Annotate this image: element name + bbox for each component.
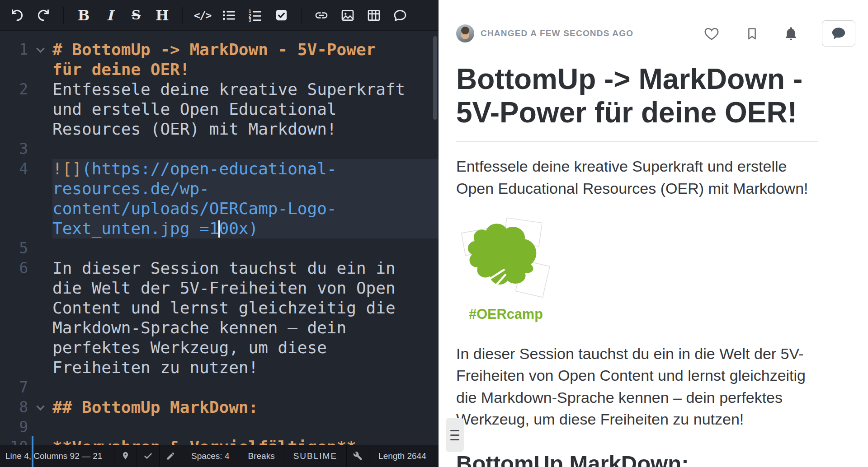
cursor-position-status[interactable]: Line 4, Columns 92 — 21: [0, 445, 114, 467]
line-number: 5: [0, 238, 28, 258]
line-text[interactable]: In dieser Session tauchst du ein in die …: [52, 258, 410, 378]
avatar[interactable]: [456, 24, 474, 42]
editor-scrollbar-thumb[interactable]: [433, 36, 437, 120]
bullet-list-icon: [222, 8, 236, 23]
strikethrough-button[interactable]: S: [124, 4, 148, 27]
line-number: 3: [0, 139, 28, 159]
note-meta-bar: CHANGED A FEW SECONDS AGO: [456, 20, 855, 47]
preview-pane: CHANGED A FEW SECONDS AGO BottomUp -> Ma…: [439, 0, 868, 467]
line-text[interactable]: # BottomUp -> MarkDown - 5V-Power für de…: [52, 40, 410, 79]
heading-icon: H: [156, 7, 169, 23]
image-url-text: (https://open-educational-resources.de/w…: [52, 159, 337, 238]
link-button[interactable]: [310, 4, 333, 27]
brush-icon: [166, 451, 175, 461]
editor-line: 1 # BottomUp -> MarkDown - 5V-Power für …: [0, 40, 439, 79]
ordered-list-button[interactable]: 123: [243, 4, 267, 27]
line-number: 4: [0, 159, 28, 179]
heart-icon: [703, 25, 720, 42]
line-number: 9: [0, 417, 28, 437]
image-markdown-syntax: ![]: [52, 159, 82, 178]
editor-line: 3: [0, 139, 439, 159]
comment-button[interactable]: [388, 4, 412, 27]
grip-lines-icon: [450, 439, 459, 440]
bell-icon: [783, 26, 798, 41]
active-line-highlight: ![](https://open-educational-resources.d…: [52, 159, 439, 238]
modified-line-marker: [32, 436, 33, 467]
bookmark-button[interactable]: [745, 27, 759, 41]
line-text[interactable]: [52, 378, 410, 397]
code-button[interactable]: </>: [191, 4, 214, 27]
line-text[interactable]: ## BottomUp MarkDown:: [52, 397, 410, 417]
table-icon: [367, 8, 381, 23]
line-text[interactable]: [52, 139, 410, 159]
line-number: 7: [0, 378, 28, 397]
editor-line: 7: [0, 378, 439, 397]
toolbar-separator: [63, 7, 64, 24]
editor-line: 6 In dieser Session tauchst du ein in di…: [0, 258, 439, 378]
preferences-button[interactable]: [347, 445, 369, 467]
document-title: BottomUp -> MarkDown - 5V-Power für dein…: [456, 62, 818, 129]
editor-line: 9: [0, 417, 439, 437]
document-length-status: Length 2644: [369, 445, 439, 467]
line-text[interactable]: ![](https://open-educational-resources.d…: [52, 159, 410, 238]
keymap-setting[interactable]: SUBLIME: [284, 445, 347, 467]
redo-icon: [36, 8, 51, 23]
linebreak-setting[interactable]: Breaks: [239, 445, 284, 467]
italic-button[interactable]: I: [98, 4, 122, 27]
line-number: 10: [0, 437, 28, 445]
check-icon: [143, 451, 153, 461]
fold-chevron-icon[interactable]: [36, 44, 44, 52]
oercamp-logo: #OERcamp: [456, 217, 565, 326]
comments-panel-button[interactable]: [822, 20, 855, 47]
split-drag-handle[interactable]: [446, 418, 464, 452]
line-number: 2: [0, 79, 28, 99]
fold-chevron-icon[interactable]: [36, 402, 44, 410]
markdown-editor-app: B I S H </> 123: [0, 0, 868, 467]
ordered-list-icon: 123: [248, 8, 262, 23]
document-subtitle: BottomUp MarkDown:: [456, 451, 818, 467]
grip-lines-icon: [450, 430, 459, 431]
bullet-list-button[interactable]: [217, 4, 241, 27]
task-list-button[interactable]: [269, 4, 293, 27]
spellcheck-status-button[interactable]: [137, 445, 160, 467]
strikethrough-icon: S: [132, 8, 141, 23]
redo-button[interactable]: [32, 4, 55, 27]
line-text[interactable]: **Verwahren & Vervielfältigen**: [52, 437, 410, 445]
theme-status-button[interactable]: [160, 445, 182, 467]
change-status-label: CHANGED A FEW SECONDS AGO: [481, 28, 633, 38]
code-icon: </>: [194, 9, 212, 21]
document-paragraph: Entfessele deine kreative Superkraft und…: [456, 155, 818, 199]
table-button[interactable]: [362, 4, 386, 27]
bookmark-icon: [745, 27, 759, 41]
toolbar-separator: [301, 7, 302, 24]
image-button[interactable]: [336, 4, 359, 27]
editor-line: 8 ## BottomUp MarkDown:: [0, 397, 439, 417]
svg-text:3: 3: [249, 18, 251, 23]
comment-icon: [393, 8, 407, 23]
grip-lines-icon: [450, 434, 459, 436]
like-button[interactable]: [703, 25, 720, 42]
chat-icon: [831, 26, 846, 41]
code-editor[interactable]: 1 # BottomUp -> MarkDown - 5V-Power für …: [0, 31, 439, 445]
undo-icon: [10, 8, 24, 23]
line-number: 8: [0, 397, 28, 417]
document-paragraph: In dieser Session tauchst du ein in die …: [456, 343, 818, 430]
wrench-icon: [353, 451, 363, 461]
link-icon: [314, 8, 329, 23]
notifications-button[interactable]: [783, 26, 798, 41]
heading-button[interactable]: H: [151, 4, 174, 27]
image-url-text: 00x): [219, 219, 258, 238]
location-icon: [121, 451, 130, 461]
line-text[interactable]: [52, 417, 410, 437]
indent-setting[interactable]: Spaces: 4: [182, 445, 239, 467]
location-status-button[interactable]: [114, 445, 137, 467]
toolbar-separator: [182, 7, 183, 24]
bold-button[interactable]: B: [72, 4, 95, 27]
image-icon: [340, 8, 355, 23]
rendered-document: BottomUp -> MarkDown - 5V-Power für dein…: [456, 53, 818, 467]
line-text[interactable]: [52, 238, 410, 258]
line-text[interactable]: Entfessele deine kreative Superkraft und…: [52, 79, 410, 139]
editor-line-active: 4 ![](https://open-educational-resources…: [0, 159, 439, 238]
undo-button[interactable]: [5, 4, 29, 27]
divider: [456, 141, 818, 142]
